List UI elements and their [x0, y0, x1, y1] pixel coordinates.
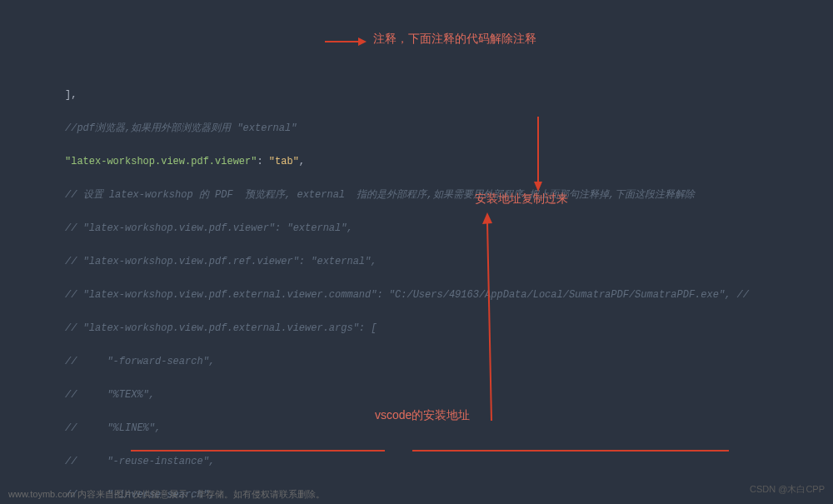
colon: : [257, 156, 268, 167]
comment-line: // "-forward-search", [65, 356, 215, 367]
json-value: "tab" [269, 156, 299, 167]
arrow-icon [530, 117, 546, 192]
annotation-text: 注释，下面注释的代码解除注释 [373, 30, 536, 47]
arrow-icon [325, 33, 367, 50]
svg-line-4 [487, 222, 491, 421]
comment-line: // "latex-workshop.view.pdf.external.vie… [65, 289, 749, 301]
watermark-text: www.toymb.com 内容来自图片仅供留意展示，非存储。如有侵权请联系删除… [8, 486, 325, 502]
svg-marker-1 [358, 37, 367, 46]
comment-line: // 设置 latex-workshop 的 PDF 预览程序, externa… [65, 189, 695, 201]
bracket: ], [65, 89, 77, 101]
comment-line: // "%TEX%", [65, 389, 155, 401]
comma: , [299, 156, 305, 167]
comment-line: //pdf浏览器,如果用外部浏览器则用 "external" [65, 122, 297, 134]
annotation-text: vscode的安装地址 [375, 407, 470, 423]
comment-line: // "%LINE%", [65, 422, 161, 434]
annotation-text: 安装地址复制过来 [475, 190, 568, 207]
json-key: "latex-workshop.view.pdf.viewer" [65, 156, 257, 167]
underline-marker [131, 450, 385, 452]
comment-line: // "latex-workshop.view.pdf.external.vie… [65, 322, 377, 334]
arrow-icon [475, 212, 508, 421]
underline-marker [412, 450, 729, 452]
comment-line: // "-reuse-instance", [65, 456, 215, 467]
comment-line: // "latex-workshop.view.pdf.viewer": "ex… [65, 222, 353, 234]
code-editor[interactable]: ], //pdf浏览器,如果用外部浏览器则用 "external" "latex… [0, 70, 833, 504]
comment-line: // "latex-workshop.view.pdf.ref.viewer":… [65, 256, 377, 267]
watermark-text: CSDN @木白CPP [750, 481, 825, 497]
svg-marker-5 [482, 212, 492, 224]
svg-marker-3 [534, 182, 542, 192]
